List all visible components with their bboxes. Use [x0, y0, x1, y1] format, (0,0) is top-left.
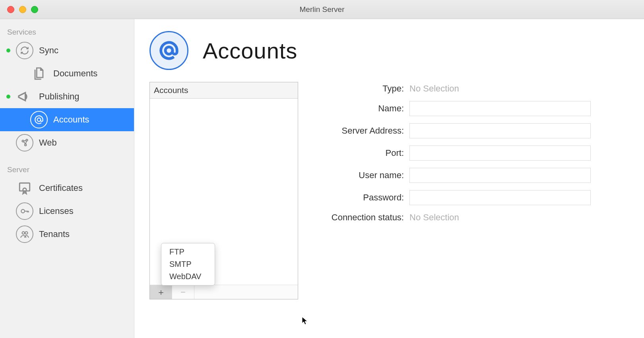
sidebar: Services Sync Documents Publishing [0, 19, 134, 338]
tenants-icon [16, 225, 33, 243]
minus-icon: − [180, 287, 186, 297]
sidebar-item-label: Documents [53, 68, 97, 79]
password-label: Password: [322, 192, 409, 203]
sidebar-item-label: Licenses [39, 206, 74, 216]
account-form: Type: No Selection Name: Server Address:… [322, 82, 620, 299]
svg-point-7 [22, 232, 25, 235]
sidebar-item-tenants[interactable]: Tenants [0, 223, 134, 246]
menu-item-smtp[interactable]: SMTP [161, 258, 215, 270]
sidebar-section-services: Services [0, 25, 134, 39]
accounts-list-footer: ＋ − [150, 285, 298, 299]
type-label: Type: [322, 84, 409, 94]
sidebar-item-label: Certificates [39, 183, 83, 193]
sidebar-item-documents[interactable]: Documents [0, 62, 134, 85]
add-account-button[interactable]: ＋ [150, 285, 172, 299]
window-title: Merlin Server [0, 5, 644, 14]
connection-status-label: Connection status: [322, 212, 409, 223]
sidebar-item-label: Tenants [39, 229, 70, 239]
certificate-icon [16, 179, 33, 197]
web-icon [16, 134, 33, 152]
sidebar-item-publishing[interactable]: Publishing [0, 85, 134, 108]
sidebar-item-accounts[interactable]: Accounts [0, 108, 134, 131]
port-input[interactable] [409, 146, 591, 161]
name-input[interactable] [409, 101, 591, 116]
status-dot [6, 95, 10, 99]
megaphone-icon [16, 88, 33, 105]
sidebar-item-label: Accounts [53, 115, 89, 125]
svg-point-5 [23, 188, 27, 192]
status-dot [6, 49, 10, 52]
at-icon [30, 111, 48, 128]
sidebar-item-sync[interactable]: Sync [0, 39, 134, 62]
sidebar-item-web[interactable]: Web [0, 131, 134, 154]
menu-item-ftp[interactable]: FTP [161, 246, 215, 258]
menu-item-webdav[interactable]: WebDAV [161, 270, 215, 283]
server-address-input[interactable] [409, 123, 591, 138]
sync-icon [16, 42, 33, 59]
password-input[interactable] [409, 190, 591, 205]
sidebar-item-label: Sync [39, 45, 58, 56]
documents-icon [30, 65, 48, 82]
sidebar-item-label: Publishing [39, 91, 80, 102]
connection-status-value: No Selection [409, 212, 459, 223]
cursor-icon [301, 316, 309, 325]
plus-icon: ＋ [157, 286, 165, 298]
svg-point-0 [37, 118, 41, 122]
sidebar-section-server: Server [0, 162, 134, 177]
content-pane: Accounts Accounts ＋ − FTP SMTP WebDAV [134, 19, 644, 338]
accounts-page-icon [149, 31, 188, 70]
sidebar-item-certificates[interactable]: Certificates [0, 177, 134, 200]
svg-point-8 [25, 232, 28, 235]
svg-rect-4 [19, 183, 30, 191]
sidebar-item-licenses[interactable]: Licenses [0, 200, 134, 223]
page-title: Accounts [203, 38, 297, 64]
port-label: Port: [322, 148, 409, 158]
sidebar-item-label: Web [39, 138, 57, 148]
svg-point-2 [26, 139, 27, 141]
username-label: User name: [322, 170, 409, 181]
svg-point-1 [22, 140, 24, 142]
key-icon [16, 202, 33, 220]
username-input[interactable] [409, 168, 591, 183]
accounts-list-header: Accounts [150, 82, 298, 99]
accounts-list: Accounts ＋ − FTP SMTP WebDAV [149, 82, 298, 299]
server-address-label: Server Address: [322, 126, 409, 136]
type-value: No Selection [409, 84, 459, 94]
remove-account-button[interactable]: − [172, 285, 194, 299]
add-account-type-menu: FTP SMTP WebDAV [161, 243, 215, 286]
name-label: Name: [322, 103, 409, 114]
titlebar: Merlin Server [0, 0, 644, 19]
svg-point-6 [21, 210, 25, 213]
